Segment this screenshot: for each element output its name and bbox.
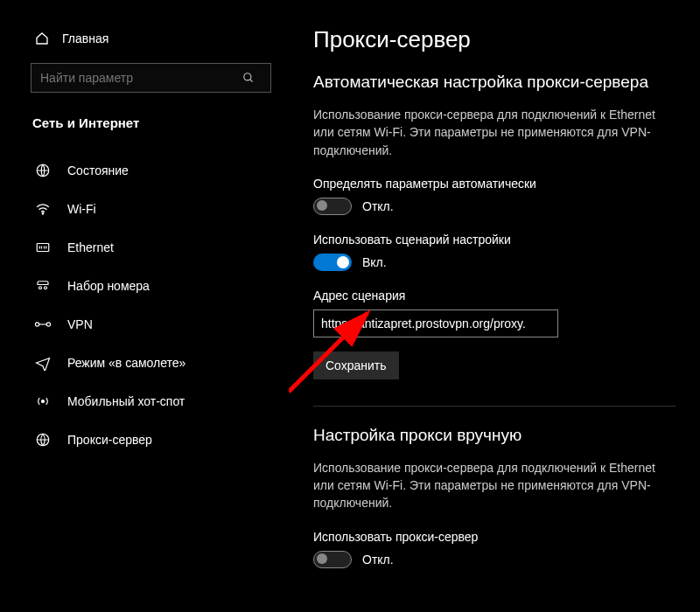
script-address-input[interactable] [313,309,558,337]
use-proxy-state: Откл. [362,553,394,567]
auto-section-desc: Использование прокси-сервера для подключ… [313,106,663,159]
use-proxy-toggle[interactable] [313,551,352,568]
vpn-icon [34,318,52,330]
sidebar-item-label: Ethernet [67,240,114,254]
sidebar-item-proxy[interactable]: Прокси-сервер [31,421,271,459]
svg-point-0 [244,73,251,80]
svg-line-1 [250,80,253,82]
ethernet-icon [34,240,52,255]
sidebar-item-label: Мобильный хот-спот [67,394,185,408]
dialup-icon [34,278,52,294]
manual-section-heading: Настройка прокси вручную [313,426,676,445]
svg-point-5 [39,287,42,289]
search-icon [242,72,270,84]
svg-point-7 [35,323,38,326]
sidebar-item-label: Состояние [67,163,129,177]
home-link[interactable]: Главная [31,26,271,63]
main-panel: Прокси-сервер Автоматическая настройка п… [289,0,700,612]
svg-rect-4 [37,244,49,252]
sidebar-item-label: Wi-Fi [67,202,96,216]
sidebar-item-hotspot[interactable]: Мобильный хот-спот [31,382,271,421]
save-button[interactable]: Сохранить [313,351,399,379]
sidebar-item-label: Набор номера [67,279,150,293]
detect-auto-label: Определять параметры автоматически [313,177,676,191]
sidebar-item-status[interactable]: Состояние [31,151,271,190]
use-script-state: Вкл. [362,255,387,269]
airplane-icon [34,355,52,371]
sidebar: Главная Сеть и Интернет Состояние Wi-Fi … [0,0,289,612]
sidebar-item-label: Режим «в самолете» [67,356,186,370]
hotspot-icon [34,393,52,409]
home-icon [34,31,50,45]
section-divider [313,406,676,407]
svg-point-6 [45,287,47,289]
use-script-label: Использовать сценарий настройки [313,233,676,247]
manual-section-desc: Использование прокси-сервера для подключ… [313,459,663,512]
category-heading: Сеть и Интернет [31,115,271,130]
detect-auto-state: Откл. [362,199,394,213]
sidebar-item-ethernet[interactable]: Ethernet [31,228,271,267]
use-script-toggle[interactable] [313,254,352,271]
svg-point-10 [42,400,45,403]
search-input[interactable] [32,71,242,85]
auto-section-heading: Автоматическая настройка прокси-сервера [313,73,676,92]
use-proxy-label: Использовать прокси-сервер [313,530,676,544]
sidebar-item-airplane[interactable]: Режим «в самолете» [31,344,271,382]
svg-point-8 [46,323,50,326]
sidebar-item-label: Прокси-сервер [67,433,152,447]
home-label: Главная [62,31,108,45]
script-address-label: Адрес сценария [313,289,676,303]
globe-icon [34,432,52,448]
globe-grid-icon [34,163,52,178]
page-title: Прокси-сервер [313,26,676,53]
svg-point-3 [42,213,44,215]
sidebar-item-wifi[interactable]: Wi-Fi [31,190,271,228]
detect-auto-toggle[interactable] [313,198,352,215]
sidebar-item-dialup[interactable]: Набор номера [31,267,271,305]
search-box[interactable] [31,63,271,93]
sidebar-item-vpn[interactable]: VPN [31,305,271,344]
sidebar-item-label: VPN [67,317,93,331]
wifi-icon [34,201,52,217]
